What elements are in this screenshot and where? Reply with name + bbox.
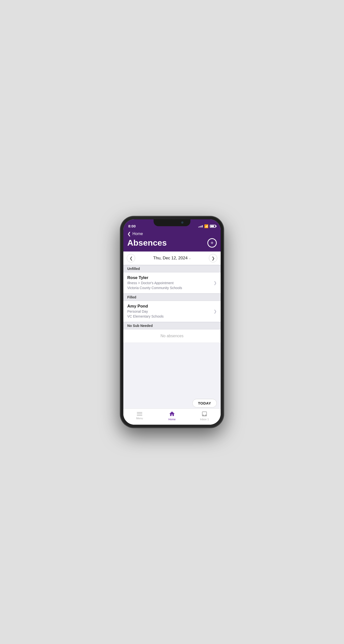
home-icon [169,411,175,417]
list-item-chevron-icon: ❯ [213,280,217,285]
list-item-chevron-icon: ❯ [213,309,217,314]
status-icons: 📶 [198,224,216,228]
list-item[interactable]: Rose Tyler Illness > Doctor's Appointmen… [123,272,221,294]
section-no-sub-header: No Sub Needed [123,322,221,329]
date-text: Thu, Dec 12, 2024 [153,256,188,260]
phone-frame: 8:00 📶 ❮ Home Absences [120,216,224,428]
section-unfilled-header: Unfilled [123,265,221,272]
back-nav[interactable]: ❮ Home [127,231,217,236]
header: ❮ Home Absences + [123,230,221,252]
next-date-button[interactable]: ❯ [209,254,217,262]
next-chevron-icon: ❯ [212,256,215,260]
absence-name: Amy Pond [127,304,164,309]
status-time: 8:00 [128,224,136,228]
menu-icon [137,412,142,416]
today-button[interactable]: TODAY [192,399,217,408]
signal-icon [198,225,203,228]
date-display[interactable]: Thu, Dec 12, 2024 ⌵ [153,256,191,260]
today-button-container: TODAY [192,399,217,408]
phone-screen: 8:00 📶 ❮ Home Absences [123,219,221,425]
add-absence-button[interactable]: + [207,238,217,248]
inbox-icon [201,411,208,417]
content-area: ❮ Thu, Dec 12, 2024 ⌵ ❯ Unfilled Rose Ty… [123,252,221,425]
back-chevron-icon[interactable]: ❮ [127,231,131,236]
prev-chevron-icon: ❮ [130,256,133,260]
section-filled-header: Filled [123,294,221,301]
tab-home[interactable]: Home [163,411,181,421]
notch [154,219,190,226]
tab-inbox[interactable]: Inbox 1 [196,411,213,421]
tab-inbox-label: Inbox 1 [200,418,209,421]
tab-home-label: Home [168,418,175,421]
tab-bar: Menu Home Inbox 1 [123,408,221,425]
wifi-icon: 📶 [204,224,208,228]
date-dropdown-icon: ⌵ [189,256,191,260]
tab-menu-label: Menu [136,417,143,420]
absence-sub2: VC Elementary Schools [127,314,164,319]
absence-sub1: Illness > Doctor's Appointment [127,281,182,286]
prev-date-button[interactable]: ❮ [127,254,135,262]
absence-sub2: Victoria County Community Schools [127,286,182,290]
list-item[interactable]: Amy Pond Personal Day VC Elementary Scho… [123,301,221,322]
camera [181,221,184,224]
back-label[interactable]: Home [132,232,143,236]
tab-menu[interactable]: Menu [131,412,148,420]
header-row: Absences + [127,238,217,248]
no-absences-message: No absences [123,329,221,343]
absence-name: Rose Tyler [127,275,182,280]
absence-sub1: Personal Day [127,309,164,314]
empty-area [123,343,221,408]
battery-icon [210,225,216,228]
add-icon: + [211,240,214,246]
page-title: Absences [127,238,167,248]
date-nav: ❮ Thu, Dec 12, 2024 ⌵ ❯ [123,252,221,265]
